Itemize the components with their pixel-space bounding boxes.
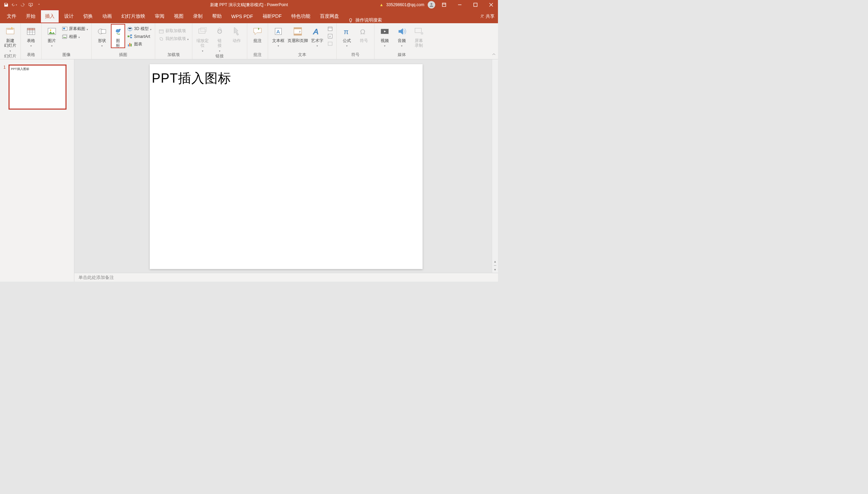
shapes-icon (97, 26, 107, 37)
scrollbar-thumb[interactable] (493, 70, 497, 80)
slide-title-text[interactable]: PPT插入图标 (152, 70, 421, 87)
warning-icon[interactable]: ▲ (380, 2, 384, 7)
group-table: 表格 表格 (21, 23, 42, 59)
svg-rect-20 (128, 44, 129, 46)
share-button[interactable]: 共享 (480, 10, 495, 23)
screenshot-button[interactable]: 屏幕截图 (61, 25, 89, 32)
new-slide-button[interactable]: 新建 幻灯片 (2, 24, 18, 53)
textbox-button[interactable]: A 文本框 (270, 24, 286, 48)
group-addins-label: 加载项 (157, 51, 190, 59)
thumbnails-pane[interactable]: 1 PPT插入图标 (0, 59, 74, 282)
icons-label: 图 标 (116, 38, 120, 48)
link-icon (214, 26, 225, 37)
tab-transitions[interactable]: 切换 (78, 10, 98, 23)
group-text: A 文本框 # 页眉和页脚 A 艺术字 # 文本 (268, 23, 337, 59)
tab-review[interactable]: 审阅 (150, 10, 169, 23)
tab-foxitpdf[interactable]: 福昕PDF (258, 10, 286, 23)
svg-rect-24 (198, 29, 205, 33)
object-button[interactable] (326, 40, 334, 47)
wordart-button[interactable]: A 艺术字 (309, 24, 325, 48)
tab-animations[interactable]: 动画 (98, 10, 117, 23)
collapse-ribbon-icon[interactable] (492, 52, 496, 58)
redo-icon[interactable] (20, 2, 25, 8)
svg-text:#: # (329, 35, 331, 38)
comment-button[interactable]: 批注 (249, 24, 266, 43)
tell-me-search[interactable]: 操作说明搜索 (355, 17, 382, 23)
group-links: 缩放定 位 链 接 动作 链接 (192, 23, 247, 59)
thumbnail-preview[interactable]: PPT插入图标 (9, 65, 66, 109)
avatar[interactable] (428, 1, 435, 9)
svg-rect-31 (294, 34, 301, 36)
symbol-button[interactable]: Ω 符号 (356, 24, 372, 43)
tab-wpspdf[interactable]: WPS PDF (226, 10, 258, 23)
save-icon[interactable] (3, 2, 9, 8)
svg-rect-25 (201, 28, 206, 31)
album-button[interactable]: 相册 (61, 33, 89, 40)
slide-thumbnail[interactable]: 1 PPT插入图标 (3, 65, 71, 109)
svg-rect-15 (101, 29, 106, 33)
picture-label: 图片 (48, 38, 56, 43)
comment-icon (252, 26, 263, 37)
svg-rect-37 (328, 42, 332, 45)
slide-number-button[interactable]: # (326, 33, 334, 40)
comment-label: 批注 (253, 38, 262, 43)
smartart-button[interactable]: SmartArt (126, 33, 153, 40)
close-icon[interactable] (484, 0, 498, 10)
tab-help[interactable]: 帮助 (207, 10, 226, 23)
chart-button[interactable]: 图表 (126, 41, 153, 48)
get-addins-button[interactable]: 获取加载项 (157, 27, 190, 34)
link-button[interactable]: 链 接 (211, 24, 228, 53)
maximize-icon[interactable] (469, 0, 482, 10)
tab-record[interactable]: 录制 (188, 10, 207, 23)
equation-label: 公式 (343, 38, 351, 43)
group-comments: 批注 批注 (247, 23, 268, 59)
tab-slideshow[interactable]: 幻灯片放映 (117, 10, 150, 23)
minimize-icon[interactable] (453, 0, 467, 10)
notes-pane[interactable]: 单击此处添加备注 (74, 273, 498, 282)
chevron-down-icon (384, 44, 385, 48)
tab-baidu[interactable]: 百度网盘 (315, 10, 344, 23)
tab-home[interactable]: 开始 (21, 10, 40, 23)
slide-canvas[interactable]: PPT插入图标 (150, 64, 423, 269)
zoom-button[interactable]: 缩放定 位 (194, 24, 211, 53)
share-label: 共享 (486, 13, 495, 19)
window-title: 新建 PPT 演示文稿[兼容模式] - PowerPoint (210, 2, 288, 8)
table-button[interactable]: 表格 (23, 24, 39, 48)
screen-recording-button[interactable]: 屏幕 录制 (411, 24, 427, 48)
symbol-label: 符号 (360, 38, 368, 43)
video-button[interactable]: 视频 (377, 24, 393, 48)
tab-features[interactable]: 特色功能 (286, 10, 315, 23)
tab-view[interactable]: 视图 (169, 10, 188, 23)
user-email[interactable]: 335298601@qq.com (386, 2, 424, 7)
thumb-number: 1 (3, 65, 7, 109)
svg-rect-22 (131, 44, 132, 46)
picture-button[interactable]: 图片 (44, 24, 60, 48)
slide-stage[interactable]: PPT插入图标 (74, 59, 498, 273)
my-addins-button[interactable]: 我的加载项 (157, 35, 190, 42)
chevron-down-icon (10, 50, 11, 53)
addin-icon (159, 36, 164, 42)
tab-insert[interactable]: 插入 (40, 10, 59, 23)
3d-model-button[interactable]: 3D 模型 (126, 25, 153, 32)
tab-design[interactable]: 设计 (59, 10, 78, 23)
slideshow-start-icon[interactable] (28, 2, 33, 8)
equation-button[interactable]: π 公式 (339, 24, 355, 48)
audio-button[interactable]: 音频 (394, 24, 410, 48)
chevron-down-icon (278, 44, 279, 48)
action-button[interactable]: 动作 (229, 24, 245, 43)
vertical-scrollbar[interactable]: ▴ ─ ▾ (492, 59, 498, 273)
icons-button[interactable]: 图 标 (111, 24, 125, 48)
prev-slide-icon[interactable]: ▴ (494, 260, 496, 263)
undo-icon[interactable] (12, 2, 17, 8)
svg-rect-7 (27, 28, 35, 30)
ribbon-display-icon[interactable] (437, 0, 451, 10)
svg-point-16 (119, 29, 121, 30)
date-time-button[interactable] (326, 25, 334, 32)
tab-file[interactable]: 文件 (2, 10, 21, 23)
headerfooter-button[interactable]: # 页眉和页脚 (287, 24, 308, 43)
ribbon-tabs: 文件 开始 插入 设计 切换 动画 幻灯片放映 审阅 视图 录制 帮助 WPS … (0, 10, 498, 23)
shapes-button[interactable]: 形状 (94, 24, 110, 48)
next-slide-icon[interactable]: ▾ (494, 268, 496, 271)
workspace: 1 PPT插入图标 PPT插入图标 单击此处添加备注 ▴ ─ ▾ (0, 59, 498, 282)
qat-customize-icon[interactable]: ⁼ (36, 2, 42, 8)
